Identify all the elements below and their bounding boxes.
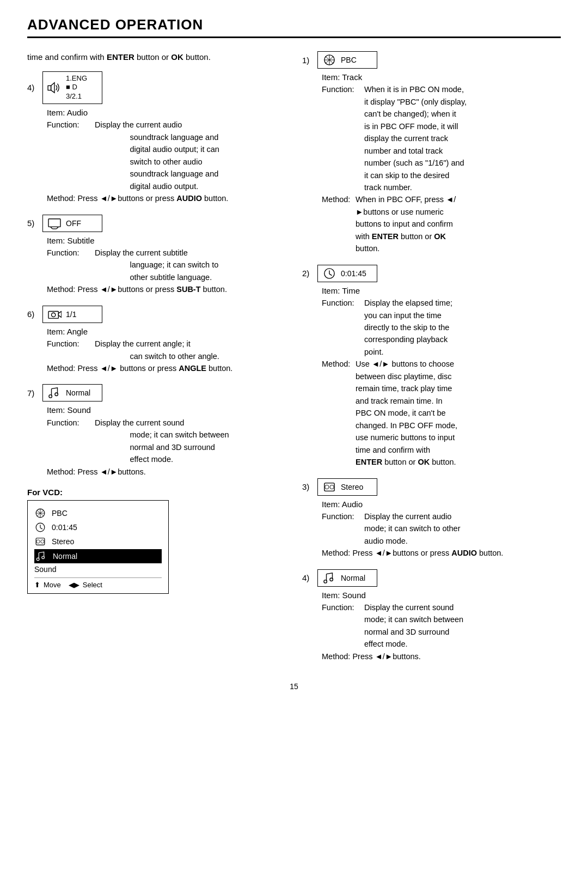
item-box-r3: Stereo xyxy=(317,478,377,496)
svg-point-21 xyxy=(41,540,44,543)
svg-marker-1 xyxy=(51,83,54,93)
audio-label: 1.ENG ■ D 3/2.1 xyxy=(66,74,87,102)
item-name: Item: Sound xyxy=(322,589,561,601)
svg-point-23 xyxy=(42,556,45,559)
svg-rect-0 xyxy=(48,86,51,90)
item-r1-details: Item: Track Function: When it is in PBC … xyxy=(322,71,561,255)
sound-normal-label: Normal xyxy=(66,388,90,397)
item-num-5: 5) xyxy=(27,218,42,228)
item-r3-audio: 3) Stereo Item: Audio Function: Display … xyxy=(302,478,561,559)
select-label: Select xyxy=(83,581,102,589)
item-num-r2: 2) xyxy=(302,269,317,278)
item-r4-sound: 4) Normal Item: Sound Function: Display … xyxy=(302,569,561,663)
svg-point-9 xyxy=(49,395,52,398)
stereo-label: Stereo xyxy=(341,483,363,491)
item-r4-details: Item: Sound Function: Display the curren… xyxy=(322,589,561,663)
item-name: Item: Time xyxy=(322,284,561,297)
item-5-subtitle: 5) OFF Item: Subtitle Function: Display … xyxy=(27,215,286,296)
item-name: Item: Angle xyxy=(47,325,286,338)
sound-icon-r4 xyxy=(322,572,336,584)
vcd-normal-val: Normal xyxy=(53,552,77,561)
item-4-audio: 4) 1.ENG ■ D 3/2.1 xyxy=(27,71,286,205)
time-label: 0:01:45 xyxy=(341,269,366,278)
page-title: ADVANCED OPERATION xyxy=(27,16,561,38)
sound-icon xyxy=(47,387,62,399)
item-7-details: Item: Sound Function: Display the curren… xyxy=(47,404,286,478)
svg-point-8 xyxy=(52,313,56,317)
vcd-time-val: 0:01:45 xyxy=(52,523,77,532)
vcd-row-stereo: Stereo xyxy=(34,534,162,549)
item-6-angle: 6) 1/1 Item: Angle Function: Display the… xyxy=(27,306,286,375)
left-column: time and confirm with ENTER button or OK… xyxy=(27,51,286,672)
item-7-sound: 7) Normal Item: Sound Function: Display … xyxy=(27,384,286,478)
vcd-stereo-icon xyxy=(34,536,46,547)
item-num-r4: 4) xyxy=(302,573,317,582)
vcd-pbc-icon xyxy=(34,508,46,519)
vcd-box: PBC 0:01:45 xyxy=(27,500,169,594)
svg-point-10 xyxy=(55,393,58,396)
svg-rect-6 xyxy=(48,311,58,318)
svg-rect-19 xyxy=(36,538,45,545)
svg-point-36 xyxy=(330,578,333,581)
page-number: 15 xyxy=(27,682,561,691)
svg-line-18 xyxy=(40,528,42,529)
item-box-6: 1/1 xyxy=(42,306,102,323)
vcd-label: For VCD: xyxy=(27,488,286,497)
subtitle-label: OFF xyxy=(66,219,81,228)
svg-point-22 xyxy=(36,558,39,561)
item-num-7: 7) xyxy=(27,388,42,398)
item-box-4: 1.ENG ■ D 3/2.1 xyxy=(42,71,102,105)
audio-icon xyxy=(47,82,62,94)
svg-point-34 xyxy=(330,485,334,489)
angle-label: 1/1 xyxy=(66,310,76,319)
move-arrow-icon: ⬆ xyxy=(34,581,40,589)
subtitle-icon xyxy=(47,217,62,229)
item-box-r1: PBC xyxy=(317,51,377,69)
item-name: Item: Audio xyxy=(47,106,286,119)
item-6-details: Item: Angle Function: Display the curren… xyxy=(47,325,286,375)
pbc-icon xyxy=(322,54,336,66)
item-name: Item: Sound xyxy=(47,404,286,416)
svg-rect-32 xyxy=(324,483,334,491)
vcd-pbc-val: PBC xyxy=(52,509,68,518)
vcd-nav: ⬆ Move ◀▶ Select xyxy=(34,577,162,589)
item-num-4: 4) xyxy=(27,83,42,92)
select-arrow-icon: ◀▶ xyxy=(69,581,79,589)
item-name: Item: Subtitle xyxy=(47,234,286,247)
item-box-r4: Normal xyxy=(317,569,377,587)
item-box-7: Normal xyxy=(42,384,102,402)
item-name: Item: Audio xyxy=(322,498,561,510)
pbc-label: PBC xyxy=(341,56,357,64)
vcd-row-pbc: PBC xyxy=(34,506,162,520)
right-column: 1) PBC Item: Track Function: When it is … xyxy=(302,51,561,672)
svg-point-35 xyxy=(324,580,327,583)
item-r2-time: 2) 0:01:45 Item: Time Function: Display … xyxy=(302,265,561,469)
item-4-details: Item: Audio Function: Display the curren… xyxy=(47,106,286,205)
svg-line-31 xyxy=(329,274,332,276)
sound-normal-label-r4: Normal xyxy=(341,574,365,582)
item-5-details: Item: Subtitle Function: Display the cur… xyxy=(47,234,286,296)
vcd-sound-row: Sound xyxy=(34,564,162,575)
vcd-row-normal: Normal xyxy=(34,549,162,563)
item-r2-details: Item: Time Function: Display the elapsed… xyxy=(322,284,561,469)
item-r3-details: Item: Audio Function: Display the curren… xyxy=(322,498,561,559)
item-box-5: OFF xyxy=(42,215,102,232)
vcd-section: For VCD: PBC xyxy=(27,488,286,594)
item-r1-track: 1) PBC Item: Track Function: When it is … xyxy=(302,51,561,255)
svg-marker-7 xyxy=(58,311,62,317)
vcd-sound-icon-highlight xyxy=(35,551,47,562)
angle-icon xyxy=(47,308,62,320)
item-num-r1: 1) xyxy=(302,56,317,65)
stereo-icon xyxy=(322,481,336,493)
vcd-stereo-val: Stereo xyxy=(52,537,74,546)
vcd-row-time: 0:01:45 xyxy=(34,520,162,534)
svg-rect-2 xyxy=(48,218,60,227)
svg-point-20 xyxy=(36,540,40,543)
item-num-r3: 3) xyxy=(302,482,317,491)
item-box-r2: 0:01:45 xyxy=(317,265,377,282)
item-name: Item: Track xyxy=(322,71,561,83)
vcd-time-icon xyxy=(34,522,46,533)
move-label: Move xyxy=(44,581,61,589)
time-icon xyxy=(322,267,336,279)
item-num-6: 6) xyxy=(27,309,42,319)
